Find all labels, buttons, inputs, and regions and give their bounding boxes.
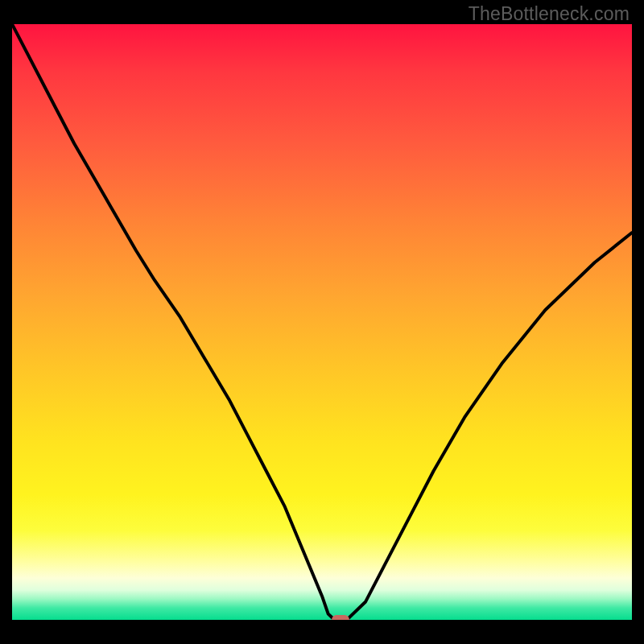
- chart-frame: TheBottleneck.com: [0, 0, 644, 644]
- bottleneck-curve: [12, 24, 632, 620]
- watermark-text: TheBottleneck.com: [469, 3, 630, 25]
- bottom-frame-bar: [0, 620, 644, 644]
